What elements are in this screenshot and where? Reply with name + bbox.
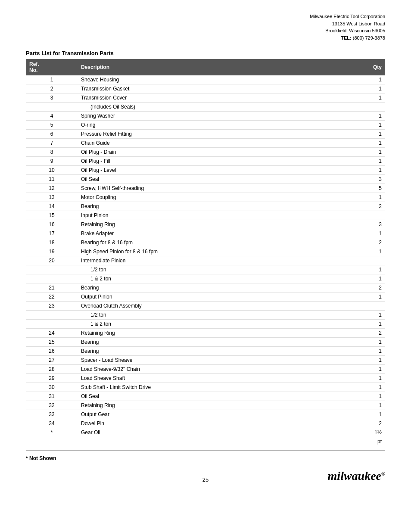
table-row: 1/2 ton1 [26,311,385,320]
header-ref: Ref.No. [26,59,78,75]
company-info: Milwaukee Electric Tool Corporation 1313… [26,13,385,41]
trademark-symbol: ® [381,471,385,477]
table-row: 9Oil Plug - Fill1 [26,157,385,166]
row-description: Sheave Housing [78,75,351,84]
row-description: Screw, HWH Self-threading [78,184,351,193]
table-row: 32Retaining Ring1 [26,401,385,410]
row-qty: 3 [351,220,385,229]
row-ref: 19 [26,247,78,256]
row-qty: 2 [351,329,385,338]
table-row: 1 & 2 ton1 [26,274,385,283]
row-ref: 3 [26,93,78,103]
row-qty: 1 [351,193,385,202]
table-row: 15Input Pinion [26,211,385,220]
row-ref: 17 [26,229,78,238]
row-qty [351,103,385,112]
section-title: Parts List for Transmission Parts [26,50,385,56]
row-description: High Speed Pinion for 8 & 16 fpm [78,247,351,256]
row-qty: 1 [351,365,385,374]
table-row: 11Oil Seal3 [26,175,385,184]
page: Milwaukee Electric Tool Corporation 1313… [0,0,411,496]
row-ref: 26 [26,347,78,356]
row-qty: 2 [351,202,385,211]
row-qty: 1 [351,338,385,347]
row-description: Brake Adapter [78,229,351,238]
company-address1: 13135 West Lisbon Road [26,20,385,28]
row-qty: 1 [351,374,385,383]
row-description: Bearing [78,347,351,356]
table-row: 16Retaining Ring3 [26,220,385,229]
row-qty: 2 [351,419,385,428]
table-row: 1 & 2 ton1 [26,320,385,329]
row-ref: 13 [26,193,78,202]
row-qty: 1 [351,410,385,419]
table-row: 1/2 ton1 [26,265,385,274]
table-row: 12Screw, HWH Self-threading5 [26,184,385,193]
row-description: Oil Plug - Drain [78,148,351,157]
row-ref: 6 [26,130,78,139]
row-ref: 30 [26,383,78,392]
row-ref: 21 [26,283,78,292]
row-qty: 1 [351,274,385,283]
row-ref: 24 [26,329,78,338]
table-row: 19High Speed Pinion for 8 & 16 fpm1 [26,247,385,256]
row-description: Pressure Relief Fitting [78,130,351,139]
row-description: 1 & 2 ton [78,274,351,283]
row-description: Input Pinion [78,211,351,220]
row-description: Transmission Gasket [78,84,351,93]
row-ref: 2 [26,84,78,93]
row-qty: 1 [351,157,385,166]
row-description [78,437,351,446]
table-row: 25Bearing1 [26,338,385,347]
divider [26,451,385,451]
table-row: 20Intermediate Pinion [26,256,385,265]
row-qty: 1 [351,75,385,84]
header-description: Description [78,59,351,75]
row-ref: 20 [26,256,78,265]
row-qty: 1 [351,139,385,148]
row-description: Bearing [78,338,351,347]
row-ref: 25 [26,338,78,347]
row-description: Transmission Cover [78,93,351,103]
row-ref [26,437,78,446]
table-row: 17Brake Adapter1 [26,229,385,238]
row-description: Spring Washer [78,112,351,121]
company-name: Milwaukee Electric Tool Corporation [26,13,385,20]
row-ref: 27 [26,356,78,365]
row-ref: * [26,428,78,437]
company-address2: Brookfield, Wisconsin 53005 [26,27,385,34]
table-row: pt [26,437,385,446]
tel-number: (800) 729-3878 [353,35,385,40]
milwaukee-logo: milwaukee® [328,469,385,483]
row-qty: 2 [351,283,385,292]
row-description: Gear Oil [78,428,351,437]
row-ref [26,320,78,329]
row-ref [26,311,78,320]
row-qty: 1 [351,93,385,103]
table-row: 5O-ring1 [26,121,385,130]
row-qty: 1 [351,121,385,130]
row-description: (Includes Oil Seals) [78,103,351,112]
table-row: 3Transmission Cover1 [26,93,385,103]
table-row: 34Dowel Pin2 [26,419,385,428]
row-ref: 11 [26,175,78,184]
row-description: Retaining Ring [78,401,351,410]
row-ref: 23 [26,302,78,311]
table-row: 21Bearing2 [26,283,385,292]
row-ref: 9 [26,157,78,166]
row-ref: 31 [26,392,78,401]
row-qty: 1 [351,130,385,139]
table-row: *Gear Oil1½ [26,428,385,437]
row-ref: 4 [26,112,78,121]
row-ref: 7 [26,139,78,148]
table-row: 31Oil Seal1 [26,392,385,401]
row-description: Overload Clutch Assembly [78,302,351,311]
row-qty: pt [351,437,385,446]
row-description: Load Sheave-9/32" Chain [78,365,351,374]
row-ref: 29 [26,374,78,383]
row-qty: 1 [351,148,385,157]
row-description: Oil Seal [78,392,351,401]
table-row: 13Motor Coupling1 [26,193,385,202]
row-ref: 5 [26,121,78,130]
row-ref: 34 [26,419,78,428]
